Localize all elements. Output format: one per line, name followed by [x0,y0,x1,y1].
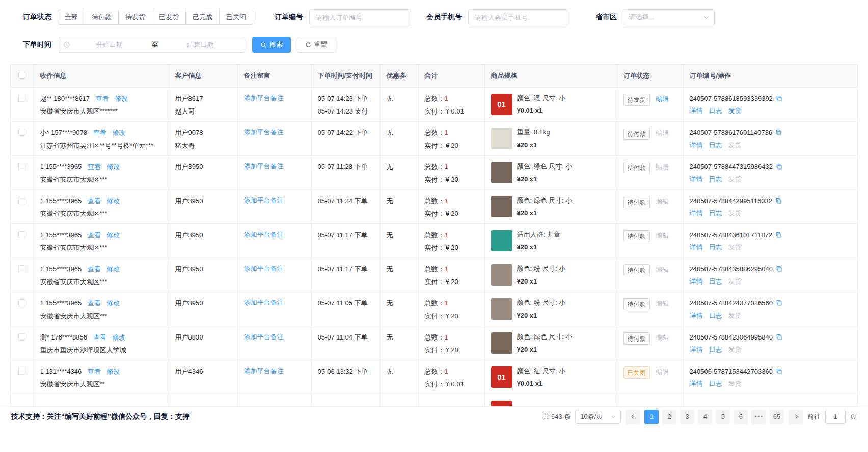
row-checkbox[interactable] [18,197,25,204]
view-link[interactable]: 查看 [93,129,106,136]
add-remark-link[interactable]: 添加平台备注 [244,265,284,272]
reset-button[interactable]: 重置 [297,37,335,53]
product-image[interactable] [491,264,512,286]
product-image[interactable] [491,162,512,183]
detail-link[interactable]: 详情 [690,243,703,252]
goto-page-input[interactable] [825,410,846,424]
modify-link[interactable]: 修改 [112,333,125,341]
copy-icon[interactable] [776,266,782,272]
edit-link[interactable]: 编辑 [656,368,669,376]
log-link[interactable]: 日志 [709,311,722,320]
log-link[interactable]: 日志 [709,243,722,252]
row-checkbox[interactable] [18,163,25,170]
row-checkbox[interactable] [18,265,25,272]
status-tab-2[interactable]: 待发货 [118,10,152,25]
date-range-picker[interactable]: 开始日期 至 结束日期 [58,37,245,53]
log-link[interactable]: 日志 [709,379,722,388]
modify-link[interactable]: 修改 [106,368,120,375]
page-button-65[interactable]: 65 [770,410,784,424]
view-link[interactable]: 查看 [93,333,106,341]
log-link[interactable]: 日志 [709,106,722,116]
log-link[interactable]: 日志 [709,345,722,354]
ship-link[interactable]: 发货 [728,243,742,252]
detail-link[interactable]: 详情 [690,140,703,150]
view-link[interactable]: 查看 [88,163,101,171]
edit-link[interactable]: 编辑 [656,266,669,273]
ship-link[interactable]: 发货 [728,277,742,286]
page-button-6[interactable]: 6 [734,410,748,424]
log-link[interactable]: 日志 [709,277,722,286]
add-remark-link[interactable]: 添加平台备注 [244,367,284,375]
row-checkbox[interactable] [18,95,25,102]
copy-icon[interactable] [776,334,782,341]
log-link[interactable]: 日志 [709,209,722,218]
page-size-select[interactable]: 10条/页 [575,410,621,424]
ship-link[interactable]: 发货 [728,311,742,320]
view-link[interactable]: 查看 [88,299,101,307]
edit-link[interactable]: 编辑 [656,197,669,205]
add-remark-link[interactable]: 添加平台备注 [244,196,284,204]
add-remark-link[interactable]: 添加平台备注 [244,299,284,306]
modify-link[interactable]: 修改 [106,231,120,239]
row-checkbox[interactable] [18,129,25,136]
product-image[interactable] [491,332,512,354]
product-image[interactable] [491,196,512,217]
page-ellipsis[interactable]: ••• [751,410,766,424]
row-checkbox[interactable] [18,333,25,341]
order-no-input[interactable] [309,9,411,25]
ship-link[interactable]: 发货 [728,209,742,218]
row-checkbox[interactable] [18,299,25,306]
status-tab-5[interactable]: 已关闭 [219,10,253,25]
view-link[interactable]: 查看 [96,95,109,102]
page-button-4[interactable]: 4 [698,410,712,424]
add-remark-link[interactable]: 添加平台备注 [244,128,284,136]
add-remark-link[interactable]: 添加平台备注 [244,231,284,238]
add-remark-link[interactable]: 添加平台备注 [244,94,284,102]
detail-link[interactable]: 详情 [690,106,703,116]
copy-icon[interactable] [776,300,782,306]
product-image[interactable] [491,128,512,149]
ship-link[interactable]: 发货 [728,175,742,184]
detail-link[interactable]: 详情 [690,209,703,218]
copy-icon[interactable] [775,232,782,238]
copy-icon[interactable] [775,129,782,136]
view-link[interactable]: 查看 [88,231,101,239]
copy-icon[interactable] [776,95,782,102]
page-button-5[interactable]: 5 [716,410,730,424]
status-tab-4[interactable]: 已完成 [185,10,220,25]
log-link[interactable]: 日志 [709,175,722,184]
modify-link[interactable]: 修改 [112,129,125,136]
modify-link[interactable]: 修改 [106,265,120,273]
detail-link[interactable]: 详情 [690,277,703,286]
modify-link[interactable]: 修改 [106,299,120,307]
copy-icon[interactable] [776,163,782,170]
view-link[interactable]: 查看 [88,197,101,205]
edit-link[interactable]: 编辑 [656,232,669,239]
page-button-3[interactable]: 3 [680,410,694,424]
search-button[interactable]: 搜索 [252,37,291,53]
region-select[interactable]: 请选择... [623,9,715,25]
status-tab-3[interactable]: 已发货 [152,10,186,25]
ship-link[interactable]: 发货 [728,106,742,116]
ship-link[interactable]: 发货 [728,345,742,354]
edit-link[interactable]: 编辑 [656,300,669,307]
page-button-2[interactable]: 2 [662,410,676,424]
row-checkbox[interactable] [18,231,25,238]
detail-link[interactable]: 详情 [690,379,703,388]
detail-link[interactable]: 详情 [690,311,703,320]
add-remark-link[interactable]: 添加平台备注 [244,333,284,341]
prev-page-button[interactable] [626,410,640,424]
next-page-button[interactable] [789,410,803,424]
phone-input[interactable] [468,9,567,25]
modify-link[interactable]: 修改 [106,163,120,171]
copy-icon[interactable] [775,197,782,204]
status-tab-1[interactable]: 待付款 [85,10,119,25]
detail-link[interactable]: 详情 [690,345,703,354]
edit-link[interactable]: 编辑 [656,95,669,103]
log-link[interactable]: 日志 [709,140,722,150]
product-image[interactable]: 01 [491,366,512,388]
ship-link[interactable]: 发货 [728,379,742,388]
edit-link[interactable]: 编辑 [656,163,669,171]
add-remark-link[interactable]: 添加平台备注 [244,162,284,170]
page-button-1[interactable]: 1 [644,410,659,424]
